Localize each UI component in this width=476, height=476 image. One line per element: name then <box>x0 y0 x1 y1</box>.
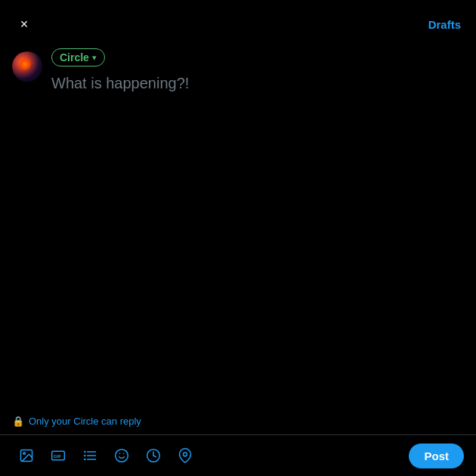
modal-header: × Drafts <box>0 0 476 42</box>
close-button[interactable]: × <box>12 12 36 36</box>
audience-selector[interactable]: Circle ▾ <box>51 48 105 66</box>
compose-input[interactable] <box>51 73 464 157</box>
svg-point-9 <box>84 459 86 461</box>
emoji-icon[interactable] <box>107 441 136 470</box>
svg-point-8 <box>84 455 86 457</box>
avatar <box>12 51 42 82</box>
compose-right: Circle ▾ <box>51 48 464 408</box>
svg-point-10 <box>116 450 128 462</box>
drafts-button[interactable]: Drafts <box>428 18 461 31</box>
circle-reply-text: Only your Circle can reply <box>29 416 141 427</box>
image-icon[interactable] <box>12 441 41 470</box>
modal-container: × Drafts Circle ▾ 🔒 Only your Circle can… <box>0 0 476 476</box>
circle-reply-row: 🔒 Only your Circle can reply <box>0 408 476 434</box>
svg-text:GIF: GIF <box>54 453 62 459</box>
chevron-down-icon: ▾ <box>92 53 97 63</box>
schedule-icon[interactable] <box>139 441 168 470</box>
svg-point-1 <box>23 453 25 455</box>
gif-icon[interactable]: GIF <box>44 441 73 470</box>
post-button[interactable]: Post <box>409 444 464 468</box>
lock-icon: 🔒 <box>12 416 24 427</box>
compose-area: Circle ▾ <box>0 42 476 408</box>
svg-point-7 <box>84 451 86 453</box>
audience-label: Circle <box>60 51 89 63</box>
poll-icon[interactable] <box>76 441 104 470</box>
toolbar: GIF <box>0 435 476 476</box>
location-icon[interactable] <box>171 441 199 470</box>
svg-point-14 <box>184 453 187 456</box>
